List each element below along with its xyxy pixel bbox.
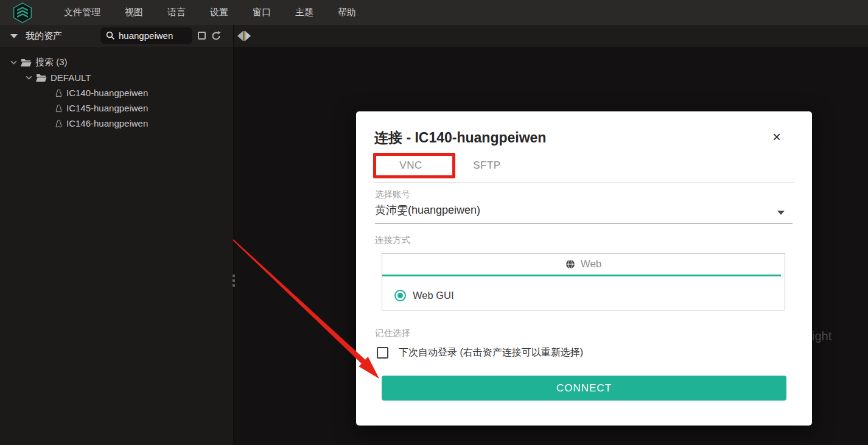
search-icon [106, 31, 115, 40]
chevron-down-icon[interactable] [26, 74, 32, 81]
method-tab-label: Web [581, 258, 602, 270]
remember-label: 记住选择 [375, 328, 410, 339]
menu-language[interactable]: 语言 [167, 7, 186, 18]
toggle-divider [243, 31, 245, 41]
menu-help[interactable]: 帮助 [338, 7, 356, 18]
connect-dialog: 连接 - IC140-huangpeiwen × VNC SFTP 选择账号 黄… [356, 111, 812, 426]
radio-selected-icon[interactable] [394, 290, 406, 301]
tree-item-label: 搜索 (3) [35, 57, 68, 68]
tree-item-host[interactable]: IC145-huangpeiwen [0, 100, 233, 116]
refresh-icon[interactable] [211, 30, 222, 41]
search-box[interactable] [100, 27, 192, 44]
tree-item-label: IC140-huangpeiwen [66, 88, 148, 98]
asset-selector[interactable]: 我的资产 [26, 30, 62, 42]
linux-host-icon [55, 88, 63, 98]
method-label: 连接方式 [375, 234, 410, 246]
menu-view[interactable]: 视图 [125, 7, 143, 18]
sidebar: 搜索 (3) DEFAULT IC140-huangpeiwen IC145-h… [0, 47, 233, 445]
close-icon[interactable]: × [769, 129, 785, 145]
linux-host-icon [55, 119, 63, 128]
collapse-left-icon[interactable] [237, 31, 243, 41]
menubar: 文件管理 视图 语言 设置 窗口 主题 帮助 [0, 0, 868, 25]
active-tab-indicator [382, 275, 781, 276]
tree-item-default[interactable]: DEFAULT [0, 70, 233, 85]
menu-window[interactable]: 窗口 [253, 7, 271, 18]
app-logo-icon [13, 2, 32, 23]
menu-theme[interactable]: 主题 [295, 7, 313, 18]
account-select[interactable]: 黄沛雯(huangpeiwen) [375, 203, 480, 217]
tree-item-label: DEFAULT [51, 72, 91, 83]
dialog-title: 连接 - IC140-huangpeiwen [374, 128, 546, 147]
expand-right-icon[interactable] [245, 31, 251, 41]
connect-method-box: Web Web GUI [382, 253, 785, 310]
folder-icon [21, 58, 32, 67]
menu-file[interactable]: 文件管理 [64, 7, 100, 18]
square-toggle-icon[interactable] [198, 32, 206, 40]
tab-vnc[interactable]: VNC [390, 159, 432, 172]
account-label: 选择账号 [375, 189, 410, 200]
search-input[interactable] [119, 30, 187, 41]
checkbox-label: 下次自动登录 (右击资产连接可以重新选择) [399, 346, 583, 359]
connect-button[interactable]: CONNECT [382, 376, 786, 401]
account-underline [375, 223, 793, 224]
checkbox-unchecked-icon[interactable] [377, 347, 388, 359]
sidebar-divider[interactable] [233, 25, 234, 445]
caret-down-icon[interactable] [777, 211, 785, 215]
menu-items: 文件管理 视图 语言 设置 窗口 主题 帮助 [0, 7, 356, 18]
tree-item-search[interactable]: 搜索 (3) [0, 55, 233, 70]
folder-icon [36, 74, 47, 82]
auto-login-option[interactable]: 下次自动登录 (右击资产连接可以重新选择) [377, 346, 583, 359]
web-gui-option[interactable]: Web GUI [394, 290, 454, 301]
radio-label: Web GUI [413, 290, 454, 301]
divider-drag-handle[interactable] [233, 275, 235, 287]
menu-settings[interactable]: 设置 [210, 7, 228, 18]
tab-sftp[interactable]: SFTP [466, 159, 508, 172]
method-tab-web[interactable]: Web [382, 254, 785, 275]
asset-tree: 搜索 (3) DEFAULT IC140-huangpeiwen IC145-h… [0, 47, 233, 131]
panel-toggle[interactable] [237, 31, 251, 41]
linux-host-icon [55, 103, 63, 113]
toolbar: 我的资产 [0, 25, 868, 47]
watermark-text: ight [812, 329, 831, 343]
globe-icon [565, 259, 575, 269]
tree-item-host[interactable]: IC140-huangpeiwen [0, 85, 233, 100]
tree-item-label: IC146-huangpeiwen [66, 118, 148, 128]
chevron-down-icon[interactable] [10, 59, 17, 66]
tree-item-host[interactable]: IC146-huangpeiwen [0, 116, 233, 131]
caret-down-icon[interactable] [10, 34, 18, 38]
tree-item-label: IC145-huangpeiwen [66, 103, 148, 113]
toolbar-left: 我的资产 [0, 25, 233, 47]
tab-underline [374, 182, 794, 183]
